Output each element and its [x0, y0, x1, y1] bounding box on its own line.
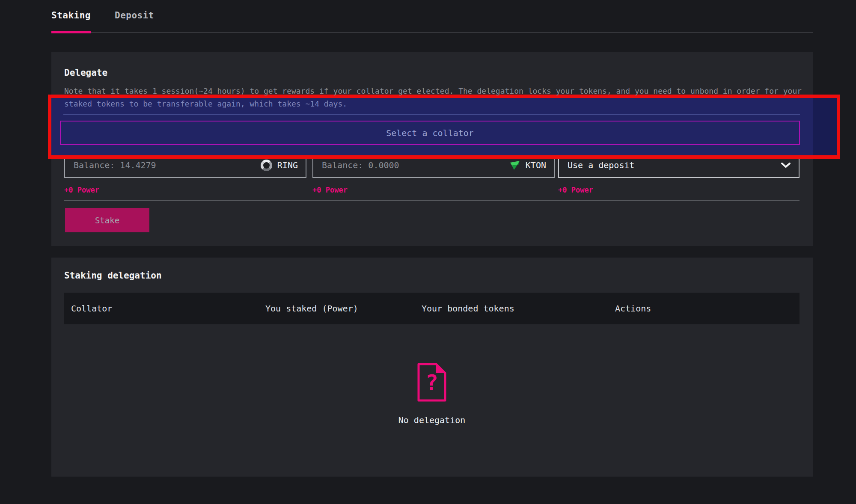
column-header-bonded-tokens: Your bonded tokens [422, 293, 514, 324]
annotation-highlight-box: staked tokens to be transferable again, … [48, 95, 840, 159]
column-header-actions: Actions [615, 293, 651, 324]
empty-state: ? No delegation [64, 362, 800, 425]
ring-token-selector: RING [261, 160, 298, 171]
ring-token-icon [261, 160, 272, 171]
ring-power-hint: +0 Power [64, 186, 99, 194]
active-tab-underline [51, 31, 91, 33]
delegation-card-title: Staking delegation [64, 270, 162, 281]
ring-amount-input[interactable] [74, 160, 261, 170]
delegate-note-line2: staked tokens to be transferable again, … [64, 99, 347, 108]
staking-delegation-card: Staking delegation Collator You staked (… [51, 258, 813, 477]
form-divider [64, 200, 800, 201]
kton-token-icon [509, 160, 520, 171]
tab-rail [51, 32, 813, 33]
kton-token-label: KTON [526, 160, 546, 170]
delegate-note-line1: Note that it takes 1 session(~24 hours) … [64, 86, 800, 95]
deposit-power-hint: +0 Power [558, 186, 593, 194]
kton-amount-input[interactable] [322, 160, 509, 170]
kton-token-selector: KTON [509, 160, 546, 171]
delegate-card-title: Delegate [64, 68, 107, 78]
use-deposit-value: Use a deposit [568, 160, 781, 170]
tab-deposit[interactable]: Deposit [115, 10, 154, 21]
unknown-document-icon: ? [416, 362, 448, 402]
ring-token-label: RING [277, 160, 298, 170]
note-form-divider [63, 114, 800, 115]
empty-state-text: No delegation [398, 415, 466, 425]
tab-staking[interactable]: Staking [51, 10, 91, 21]
column-header-you-staked: You staked (Power) [265, 293, 358, 324]
question-mark-glyph: ? [425, 370, 438, 395]
stake-button[interactable]: Stake [65, 208, 149, 232]
chevron-down-icon [781, 163, 791, 168]
kton-power-hint: +0 Power [312, 186, 348, 194]
column-header-collator: Collator [71, 293, 112, 324]
annotation-page-strip [813, 98, 837, 155]
delegation-table-header: Collator You staked (Power) Your bonded … [64, 293, 800, 324]
select-collator-button[interactable]: Select a collator [60, 121, 800, 145]
